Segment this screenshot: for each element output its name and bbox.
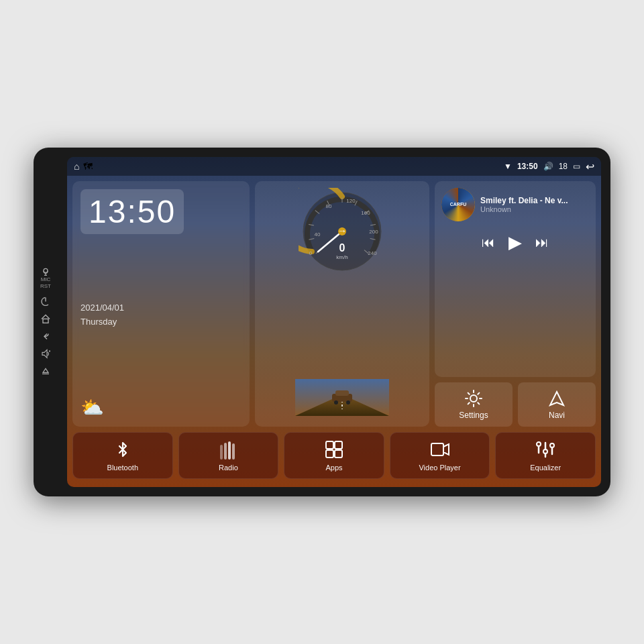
svg-point-37 (346, 400, 350, 405)
music-info: Smiley ft. Delia - Ne v... Unknown (480, 196, 589, 213)
back-button[interactable] (40, 331, 51, 342)
wifi-icon: ▼ (504, 162, 512, 171)
music-settings-col: CARFU Smiley ft. Delia - Ne v... Unknown… (435, 181, 596, 427)
music-title: Smiley ft. Delia - Ne v... (480, 196, 589, 205)
clock-display: 13:50 (80, 189, 184, 234)
bluetooth-icon (113, 439, 133, 460)
apps-button[interactable]: Apps (284, 432, 384, 479)
main-content: 13:50 2021/04/01 Thursday ⛅ (67, 176, 601, 487)
home-button[interactable] (40, 314, 51, 325)
svg-text:240: 240 (368, 250, 377, 256)
play-button[interactable]: ▶ (508, 232, 522, 253)
svg-point-49 (537, 442, 541, 446)
volume-status-icon: 🔊 (543, 162, 553, 171)
svg-text:→: → (337, 225, 347, 236)
next-button[interactable]: ⏭ (535, 235, 549, 250)
svg-rect-5 (43, 319, 48, 323)
video-label: Video Player (419, 464, 460, 472)
navi-icon (547, 389, 566, 408)
video-button[interactable]: Video Player (390, 432, 490, 479)
battery-icon: ▭ (573, 162, 580, 171)
settings-button[interactable]: Settings (435, 382, 513, 427)
radio-label: Radio (219, 464, 238, 472)
status-bar: ⌂ 🗺 ▼ 13:50 🔊 18 ▭ ↩ (67, 157, 601, 176)
svg-rect-35 (335, 390, 349, 396)
bluetooth-button[interactable]: Bluetooth (72, 432, 173, 479)
svg-rect-42 (232, 443, 235, 460)
apps-label: Apps (325, 464, 342, 472)
svg-text:0: 0 (339, 242, 345, 254)
svg-text:120: 120 (346, 198, 356, 204)
speedometer-widget: 0 40 80 120 160 200 240 → (255, 181, 429, 427)
svg-rect-47 (431, 443, 443, 455)
album-art-inner: CARFU (441, 188, 475, 221)
svg-text:40: 40 (315, 231, 321, 237)
signal-strength: 18 (559, 162, 568, 171)
album-art: CARFU (441, 188, 475, 221)
svg-text:80: 80 (326, 203, 332, 209)
radio-icon (218, 439, 238, 460)
bluetooth-label: Bluetooth (107, 464, 138, 472)
volume-up-button[interactable] (40, 349, 51, 360)
svg-text:km/h: km/h (336, 254, 347, 260)
music-widget[interactable]: CARFU Smiley ft. Delia - Ne v... Unknown… (435, 181, 596, 377)
svg-point-0 (44, 268, 48, 272)
clock-widget[interactable]: 13:50 2021/04/01 Thursday ⛅ (72, 181, 250, 427)
speedometer-gauge: 0 40 80 120 160 200 240 → (299, 188, 386, 275)
apps-icon (324, 439, 344, 460)
road-scene (262, 379, 423, 420)
equalizer-button[interactable]: Equalizer (495, 432, 596, 479)
svg-rect-46 (335, 450, 342, 458)
settings-navi-row: Settings Navi (435, 382, 596, 427)
apps-bar: Bluetooth Radio (72, 432, 596, 482)
music-controls: ⏮ ▶ ⏭ (435, 229, 596, 258)
svg-point-54 (550, 443, 554, 447)
music-artist: Unknown (480, 205, 589, 213)
screen: ⌂ 🗺 ▼ 13:50 🔊 18 ▭ ↩ 13:50 (67, 157, 601, 487)
svg-point-36 (334, 400, 338, 405)
svg-text:160: 160 (361, 210, 370, 216)
weather-icon: ⛅ (80, 396, 241, 419)
settings-label: Settings (459, 411, 488, 420)
svg-rect-40 (224, 443, 227, 460)
video-icon (430, 439, 450, 460)
svg-point-38 (470, 395, 477, 402)
maps-status-icon[interactable]: 🗺 (83, 161, 93, 172)
navi-label: Navi (549, 411, 565, 420)
car-head-unit: MICRST (34, 148, 610, 496)
mic-rst-button[interactable]: MICRST (40, 267, 51, 289)
svg-rect-45 (326, 450, 333, 458)
date-display: 2021/04/01 Thursday (80, 301, 241, 329)
settings-icon (464, 389, 483, 408)
status-time: 13:50 (517, 162, 538, 171)
eject-button[interactable] (40, 366, 51, 377)
navi-button[interactable]: Navi (518, 382, 596, 427)
power-button[interactable] (40, 297, 51, 307)
svg-rect-39 (220, 445, 223, 460)
equalizer-label: Equalizer (530, 464, 561, 472)
back-status-icon[interactable]: ↩ (586, 160, 594, 173)
side-buttons: MICRST (40, 267, 51, 376)
svg-rect-41 (228, 441, 231, 460)
radio-button[interactable]: Radio (178, 432, 279, 479)
svg-text:200: 200 (369, 229, 378, 235)
equalizer-icon (535, 439, 555, 460)
top-widgets-row: 13:50 2021/04/01 Thursday ⛅ (72, 181, 596, 427)
home-status-icon[interactable]: ⌂ (74, 161, 79, 172)
prev-button[interactable]: ⏮ (482, 235, 495, 250)
svg-rect-43 (326, 441, 333, 449)
svg-text:0: 0 (309, 250, 313, 256)
svg-rect-44 (335, 441, 342, 449)
